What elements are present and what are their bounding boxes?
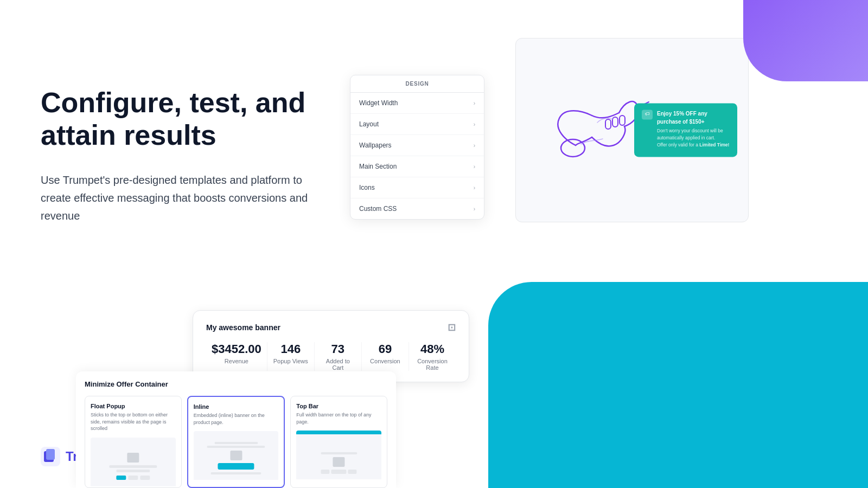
float-popup-name: Float Popup bbox=[91, 403, 176, 409]
item-label: Custom CSS bbox=[359, 205, 397, 213]
stat-popup-views: 146 Popup Views bbox=[267, 342, 315, 371]
offer-type-inline[interactable]: Inline Embedded (inline) banner on the p… bbox=[187, 396, 285, 488]
stat-added-to-cart: 73 Added to Cart bbox=[315, 342, 362, 371]
item-arrow: › bbox=[474, 185, 475, 191]
top-bar-preview bbox=[296, 431, 381, 479]
popup-views-value: 146 bbox=[273, 342, 309, 356]
added-to-cart-value: 73 bbox=[320, 342, 356, 356]
float-popup-desc: Sticks to the top or bottom on either si… bbox=[91, 412, 176, 432]
item-arrow: › bbox=[474, 206, 475, 212]
conversion-label: Conversion bbox=[367, 358, 403, 364]
hero-subtext: Use Trumpet's pre-designed templates and… bbox=[41, 171, 323, 225]
offer-type-float-popup[interactable]: Float Popup Sticks to the top or bottom … bbox=[85, 396, 182, 488]
stat-conversion: 69 Conversion bbox=[362, 342, 409, 371]
item-label: Icons bbox=[359, 184, 375, 191]
offer-type-top-bar[interactable]: Top Bar Full width banner on the top of … bbox=[290, 396, 387, 488]
added-to-cart-label: Added to Cart bbox=[320, 358, 356, 371]
item-label: Wallpapers bbox=[359, 142, 392, 149]
inline-preview bbox=[194, 431, 279, 480]
illustration-panel: 🏷 Enjoy 15% OFF any purchase of $150+ Do… bbox=[515, 38, 749, 222]
design-panel-item-main-section[interactable]: Main Section › bbox=[350, 156, 484, 177]
conversion-value: 69 bbox=[367, 342, 403, 356]
inline-desc: Embedded (inline) banner on the product … bbox=[194, 412, 279, 426]
offer-types-row: Float Popup Sticks to the top or bottom … bbox=[85, 396, 387, 488]
minimize-offer-container: Minimize Offer Container Float Popup Sti… bbox=[76, 371, 396, 488]
hero-section: Configure, test, and attain results Use … bbox=[41, 87, 323, 225]
banner-stats-row: $3452.00 Revenue 146 Popup Views 73 Adde… bbox=[206, 342, 456, 371]
svg-point-0 bbox=[561, 139, 585, 157]
monitor-icon: ⊡ bbox=[448, 322, 456, 333]
discount-popup-header: 🏷 Enjoy 15% OFF any purchase of $150+ Do… bbox=[642, 110, 730, 148]
minimize-offer-title: Minimize Offer Container bbox=[85, 380, 387, 388]
svg-rect-1 bbox=[605, 119, 611, 129]
revenue-value: $3452.00 bbox=[212, 342, 261, 356]
svg-rect-2 bbox=[612, 117, 618, 127]
item-arrow: › bbox=[474, 100, 475, 106]
item-label: Widget Width bbox=[359, 99, 398, 107]
banner-card-header: My awesome banner ⊡ bbox=[206, 322, 456, 333]
inline-name: Inline bbox=[194, 403, 279, 410]
discount-icon: 🏷 bbox=[642, 110, 653, 119]
top-bar-desc: Full width banner on the top of any page… bbox=[296, 412, 381, 425]
cyan-wave-decoration bbox=[488, 282, 868, 488]
design-panel-item-wallpapers[interactable]: Wallpapers › bbox=[350, 135, 484, 156]
main-heading: Configure, test, and attain results bbox=[41, 87, 323, 152]
design-panel-header: DESIGN bbox=[350, 75, 484, 93]
conversion-rate-label: Conversion Rate bbox=[414, 358, 450, 371]
popup-views-label: Popup Views bbox=[273, 358, 309, 364]
item-label: Layout bbox=[359, 120, 379, 128]
svg-rect-7 bbox=[46, 449, 55, 460]
item-label: Main Section bbox=[359, 163, 397, 170]
item-arrow: › bbox=[474, 164, 475, 170]
trumpet-logo-icon bbox=[41, 447, 60, 466]
item-arrow: › bbox=[474, 143, 475, 149]
design-panel: DESIGN Widget Width › Layout › Wallpaper… bbox=[350, 75, 484, 220]
design-panel-item-widget-width[interactable]: Widget Width › bbox=[350, 93, 484, 114]
stat-revenue: $3452.00 Revenue bbox=[206, 342, 267, 371]
banner-title: My awesome banner bbox=[206, 323, 280, 332]
svg-rect-3 bbox=[620, 115, 625, 125]
item-arrow: › bbox=[474, 121, 475, 127]
stat-conversion-rate: 48% Conversion Rate bbox=[409, 342, 456, 371]
revenue-label: Revenue bbox=[212, 358, 261, 364]
discount-text: Enjoy 15% OFF any purchase of $150+ Don'… bbox=[657, 110, 730, 148]
top-right-decoration bbox=[743, 0, 868, 81]
float-popup-preview bbox=[91, 438, 176, 486]
top-bar-name: Top Bar bbox=[296, 403, 381, 409]
conversion-rate-value: 48% bbox=[414, 342, 450, 356]
design-panel-item-icons[interactable]: Icons › bbox=[350, 177, 484, 198]
design-panel-item-layout[interactable]: Layout › bbox=[350, 114, 484, 135]
design-panel-item-custom-css[interactable]: Custom CSS › bbox=[350, 198, 484, 219]
